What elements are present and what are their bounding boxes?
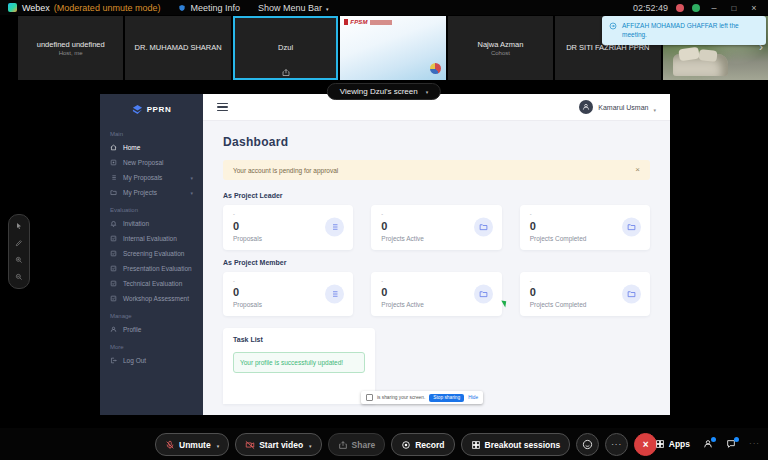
sidebar-section-label: More: [100, 337, 203, 353]
apps-button[interactable]: Apps: [655, 439, 690, 449]
zoom-in-icon[interactable]: [15, 256, 23, 264]
sidebar-section-label: Main: [100, 124, 203, 140]
sidebar-item-label: Workshop Assessment: [123, 295, 189, 302]
folder-icon: [479, 223, 488, 232]
participants-button[interactable]: [703, 439, 713, 449]
stat-card-projects-active: - 0 Projects Active: [371, 272, 501, 317]
panel-more-button[interactable]: [749, 439, 760, 448]
sidebar-item-label: Presentation Evaluation: [123, 265, 192, 272]
sidebar-item-profile[interactable]: Profile: [100, 322, 203, 337]
shared-content-preview[interactable]: FPSM: [340, 16, 445, 80]
notification-text: AFFIZAH MOHAMAD GHAFFAR left the meeting…: [622, 21, 759, 40]
sidebar-item-my-projects[interactable]: My Projects: [100, 185, 203, 200]
chevron-down-icon: [190, 175, 193, 181]
participant-name: Dzul: [274, 43, 297, 53]
sidebar-item-screening-evaluation[interactable]: Screening Evaluation: [100, 246, 203, 261]
chevron-down-icon: [653, 98, 656, 116]
sidebar-item-technical-evaluation[interactable]: Technical Evaluation: [100, 276, 203, 291]
participant-tile[interactable]: DR. MUHAMAD SHARAN: [125, 16, 230, 80]
more-options-button[interactable]: [605, 433, 628, 456]
task-list-card: Task List Your profile is successfully u…: [223, 328, 375, 404]
pointer-icon[interactable]: [15, 222, 23, 230]
check-square-icon: [110, 295, 117, 302]
moderated-mode-label: (Moderated unmute mode): [54, 3, 161, 13]
meeting-info-button[interactable]: Meeting Info: [178, 3, 240, 13]
mic-off-icon: [165, 440, 175, 450]
notification-toast[interactable]: AFFIZAH MOHAMAD GHAFFAR left the meeting…: [602, 16, 766, 45]
breakout-sessions-button[interactable]: Breakout sessions: [461, 433, 571, 456]
maximize-button[interactable]: [728, 3, 740, 13]
stop-sharing-button[interactable]: Stop sharing: [429, 394, 464, 402]
sidebar-item-home[interactable]: Home: [100, 140, 203, 155]
reactions-button[interactable]: [576, 433, 599, 456]
leave-meeting-button[interactable]: [634, 433, 657, 456]
webex-logo-icon: [8, 3, 17, 12]
stage: Viewing Dzul's screen PPRN Main Home: [0, 80, 768, 428]
chat-button[interactable]: [726, 439, 736, 449]
card-icon-wrap: [474, 218, 493, 237]
card-label: Projects Completed: [530, 235, 640, 242]
sidebar-item-my-proposals[interactable]: My Proposals: [100, 170, 203, 185]
share-label: Share: [352, 440, 376, 450]
sidebar-item-label: Home: [123, 144, 140, 151]
card-top: -: [381, 212, 491, 218]
webex-window: Webex (Moderated unmute mode) Meeting In…: [0, 0, 768, 460]
share-button[interactable]: Share: [328, 433, 386, 456]
app-main: Kamarul Usman Dashboard Your account is …: [203, 94, 670, 415]
member-cards: - 0 Proposals - 0 Projects Active: [223, 272, 650, 317]
annotate-pen-icon[interactable]: [15, 239, 23, 247]
sidebar-item-label: My Projects: [123, 189, 157, 196]
sidebar-item-new-proposal[interactable]: New Proposal: [100, 155, 203, 170]
participant-role: Host, me: [59, 50, 83, 56]
sidebar-item-log-out[interactable]: Log Out: [100, 353, 203, 368]
zoom-out-icon[interactable]: [15, 273, 23, 281]
participant-tile[interactable]: Najwa Azman Cohost: [448, 16, 553, 80]
participant-role: Cohost: [491, 50, 510, 56]
unmute-button[interactable]: Unmute: [155, 433, 229, 456]
card-top: -: [530, 279, 640, 285]
user-menu[interactable]: Kamarul Usman: [579, 98, 656, 116]
plus-square-icon: [110, 159, 117, 166]
minimize-button[interactable]: [708, 3, 720, 13]
sidebar-item-workshop-assessment[interactable]: Workshop Assessment: [100, 291, 203, 306]
hide-link[interactable]: Hide: [468, 395, 478, 400]
chevron-down-icon[interactable]: [309, 440, 312, 450]
sidebar-item-presentation-evaluation[interactable]: Presentation Evaluation: [100, 261, 203, 276]
sidebar-item-label: My Proposals: [123, 174, 162, 181]
user-name: Kamarul Usman: [598, 104, 648, 111]
meeting-info-label: Meeting Info: [190, 3, 240, 13]
card-top: -: [381, 279, 491, 285]
layers-logo-icon: [132, 104, 143, 115]
person-left-icon: [609, 22, 617, 30]
hamburger-menu-icon[interactable]: [217, 103, 228, 112]
stat-card-projects-completed: - 0 Projects Completed: [520, 272, 650, 317]
show-menu-bar-button[interactable]: Show Menu Bar: [258, 3, 329, 13]
start-video-button[interactable]: Start video: [235, 433, 321, 456]
sidebar-item-label: Profile: [123, 326, 141, 333]
list-icon: [330, 223, 339, 232]
check-square-icon: [110, 250, 117, 257]
participant-tile[interactable]: undefined undefined Host, me: [18, 16, 123, 80]
app-brand[interactable]: PPRN: [100, 94, 203, 124]
chevron-down-icon[interactable]: [217, 440, 220, 450]
card-label: Projects Active: [381, 301, 491, 308]
sidebar-item-internal-evaluation[interactable]: Internal Evaluation: [100, 231, 203, 246]
folder-icon: [627, 223, 636, 232]
card-icon-wrap: [474, 284, 493, 303]
camera-off-icon: [245, 440, 255, 450]
app-sidebar: PPRN Main Home New Proposal My Proposals: [100, 94, 203, 415]
sidebar-item-invitation[interactable]: Invitation: [100, 216, 203, 231]
brand-name: PPRN: [147, 105, 172, 114]
banner-close-icon[interactable]: [635, 166, 640, 174]
card-icon-wrap: [325, 218, 344, 237]
titlebar: Webex (Moderated unmute mode) Meeting In…: [0, 0, 768, 15]
participant-tile-active-speaker[interactable]: Dzul: [233, 16, 338, 80]
record-button[interactable]: Record: [391, 433, 454, 456]
viewing-label: Viewing Dzul's screen: [340, 87, 418, 96]
close-button[interactable]: [748, 3, 760, 13]
card-label: Proposals: [233, 301, 343, 308]
sidebar-item-label: Internal Evaluation: [123, 235, 177, 242]
clock: 02:52:49: [633, 3, 668, 13]
sidebar-item-label: New Proposal: [123, 159, 163, 166]
viewing-screen-pill[interactable]: Viewing Dzul's screen: [327, 83, 441, 100]
